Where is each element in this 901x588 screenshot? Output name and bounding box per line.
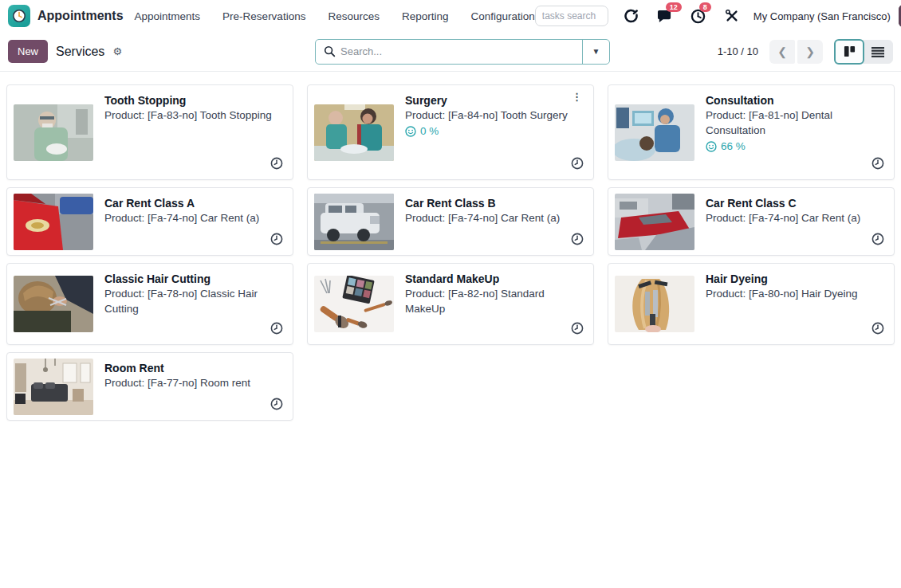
dental-consultation-image [615, 104, 694, 161]
card-title: Car Rent Class A [104, 195, 283, 211]
kanban-card[interactable]: Car Rent Class CProduct: [Fa-74-no] Car … [608, 187, 895, 256]
card-product: Product: [Fa-80-no] Hair Dyeing [706, 287, 884, 302]
card-title: Tooth Stopping [104, 92, 283, 108]
kanban-card[interactable]: Standard MakeUpProduct: [Fa-82-no] Stand… [307, 263, 594, 345]
control-panel: New Services ⚙ ▼ 1-10 / 10 ❮ ❯ [0, 32, 901, 72]
activity-clock-icon[interactable] [270, 157, 283, 173]
search-input[interactable] [340, 40, 582, 64]
company-switcher[interactable]: My Company (San Francisco) [753, 10, 891, 22]
list-view-button[interactable] [863, 40, 893, 64]
card-title: Classic Hair Cutting [104, 271, 283, 287]
kanban-card[interactable]: ConsultationProduct: [Fa-81-no] Dental C… [608, 84, 895, 180]
activity-clock-icon[interactable] [871, 233, 884, 249]
view-switcher [834, 39, 893, 65]
card-product: Product: [Fa-78-no] Classic Hair Cutting [104, 287, 283, 317]
main-menu: AppointmentsPre-ReservationsResourcesRep… [135, 10, 535, 22]
card-menu-button[interactable]: ⋮ [569, 90, 585, 104]
card-title: Car Rent Class B [405, 195, 584, 211]
caret-down-icon: ▼ [592, 47, 600, 56]
top-navbar: Appointments AppointmentsPre-Reservation… [0, 0, 901, 32]
menu-item-appointments[interactable]: Appointments [135, 10, 201, 22]
menu-item-pre-reservations[interactable]: Pre-Reservations [222, 10, 305, 22]
hair-dyeing-image [615, 276, 694, 332]
activity-clock-icon[interactable] [571, 157, 584, 173]
activity-clock-icon[interactable] [270, 233, 283, 249]
card-product: Product: [Fa-74-no] Car Rent (a) [706, 211, 884, 226]
kanban-card[interactable]: Classic Hair CuttingProduct: [Fa-78-no] … [6, 263, 293, 345]
gear-icon[interactable]: ⚙ [112, 45, 122, 57]
kanban-card[interactable]: SurgeryProduct: [Fa-84-no] Tooth Surgery… [307, 84, 594, 180]
dental-surgery-image [314, 104, 394, 161]
activity-clock-icon[interactable] [871, 157, 884, 173]
search-bar: ▼ [315, 39, 610, 65]
kanban-card[interactable]: Car Rent Class AProduct: [Fa-74-no] Car … [6, 187, 293, 256]
card-title: Standard MakeUp [405, 271, 584, 287]
kanban-view-icon [844, 45, 856, 57]
messages-button[interactable]: 12 [656, 7, 674, 25]
menu-item-resources[interactable]: Resources [328, 10, 380, 22]
tools-icon [725, 9, 739, 23]
new-button[interactable]: New [8, 40, 48, 63]
rating-percentage: 66 % [706, 140, 884, 152]
chevron-left-icon: ❮ [777, 45, 787, 58]
dental-tooth-stopping-image [14, 104, 93, 161]
list-view-icon [871, 46, 884, 57]
activity-clock-icon[interactable] [571, 233, 584, 249]
activities-badge: 8 [699, 2, 711, 12]
kanban-card[interactable]: Car Rent Class BProduct: [Fa-74-no] Car … [307, 187, 594, 256]
card-product: Product: [Fa-82-no] Standard MakeUp [405, 287, 584, 317]
card-product: Product: [Fa-74-no] Car Rent (a) [405, 211, 584, 226]
activities-button[interactable]: 8 [690, 7, 707, 25]
messages-badge: 12 [666, 2, 682, 12]
search-icon [316, 40, 340, 64]
menu-item-configuration[interactable]: Configuration [470, 10, 534, 22]
smiley-icon [405, 126, 416, 137]
card-title: Car Rent Class C [706, 195, 884, 211]
card-title: Hair Dyeing [706, 271, 884, 287]
kanban-view-button[interactable] [834, 39, 864, 65]
activity-clock-icon[interactable] [571, 322, 584, 338]
menu-item-reporting[interactable]: Reporting [402, 10, 449, 22]
page-title: Services [56, 45, 104, 59]
makeup-brushes-image [314, 276, 394, 332]
red-car-closeup-image [14, 194, 93, 250]
kanban-card[interactable]: Tooth StoppingProduct: [Fa-83-no] Tooth … [6, 84, 293, 180]
kebab-icon: ⋮ [572, 91, 582, 103]
discuss-button[interactable] [623, 7, 640, 25]
card-product: Product: [Fa-77-no] Room rent [104, 376, 283, 391]
systray: 12 8 [623, 7, 741, 25]
rating-value: 66 % [721, 140, 746, 152]
tools-button[interactable] [723, 7, 741, 25]
pager: ❮ ❯ [769, 40, 823, 64]
card-product: Product: [Fa-84-no] Tooth Surgery [405, 108, 584, 123]
control-panel-right: 1-10 / 10 ❮ ❯ [610, 39, 893, 65]
living-room-image [14, 359, 93, 415]
kanban-card[interactable]: Hair DyeingProduct: [Fa-80-no] Hair Dyei… [608, 263, 895, 345]
discuss-icon [624, 9, 639, 24]
pager-previous-button[interactable]: ❮ [769, 40, 795, 64]
activity-clock-icon[interactable] [270, 322, 283, 338]
activity-clock-icon[interactable] [871, 322, 884, 338]
card-product: Product: [Fa-74-no] Car Rent (a) [104, 211, 283, 226]
card-product: Product: [Fa-83-no] Tooth Stopping [104, 108, 283, 123]
kanban-grid: Tooth StoppingProduct: [Fa-83-no] Tooth … [6, 84, 895, 421]
clock-logo-icon [11, 8, 27, 24]
card-title: Consultation [706, 92, 884, 108]
kanban-card[interactable]: Room RentProduct: [Fa-77-no] Room rent [6, 352, 293, 421]
control-panel-left: New Services ⚙ [8, 40, 315, 63]
pager-counter: 1-10 / 10 [718, 45, 758, 57]
app-title[interactable]: Appointments [37, 9, 124, 23]
smiley-icon [706, 141, 717, 152]
white-suv-image [314, 194, 394, 250]
kanban-view: Tooth StoppingProduct: [Fa-83-no] Tooth … [0, 72, 901, 421]
card-title: Room Rent [104, 360, 283, 376]
hair-cutting-image [14, 276, 93, 332]
appointments-app-icon[interactable] [8, 5, 30, 27]
search-dropdown-toggle[interactable]: ▼ [582, 40, 609, 64]
chevron-right-icon: ❯ [805, 45, 815, 58]
card-product: Product: [Fa-81-no] Dental Consultation [706, 108, 884, 139]
pager-next-button[interactable]: ❯ [797, 40, 823, 64]
red-car-parking-image [615, 194, 694, 250]
tasks-search-input[interactable] [535, 6, 608, 26]
activity-clock-icon[interactable] [270, 398, 283, 414]
